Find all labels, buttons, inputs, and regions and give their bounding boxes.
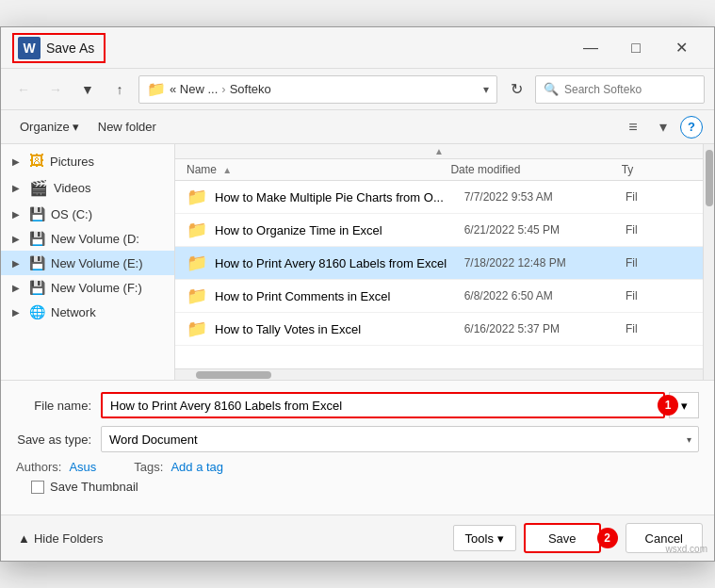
file-row-5[interactable]: 📁 How to Tally Votes in Excel 6/16/2022 … <box>175 313 703 346</box>
title-bar-left: W Save As <box>12 33 106 63</box>
main-area: ▶ 🖼 Pictures ▶ 🎬 Videos ▶ 💾 OS (C:) ▶ 💾 … <box>1 144 714 380</box>
save-button-container: Save 2 <box>524 523 618 553</box>
sidebar-label: Pictures <box>50 155 167 169</box>
file-date: 6/16/2022 5:37 PM <box>464 322 626 335</box>
filetype-select-wrapper: Word Document ▾ <box>101 426 699 452</box>
filename-row: File name: 1 ▾ <box>16 392 699 418</box>
col-name-header[interactable]: Name ▲ <box>187 163 450 176</box>
filetype-select[interactable]: Word Document <box>101 426 699 452</box>
minimize-button[interactable]: — <box>569 33 612 63</box>
network-icon: 🌐 <box>29 304 45 319</box>
sidebar-label: New Volume (F:) <box>51 281 167 295</box>
recent-locations-button[interactable]: ▼ <box>74 76 101 103</box>
organize-button[interactable]: Organize ▾ <box>12 117 87 137</box>
file-name: How to Tally Votes in Excel <box>215 322 464 336</box>
folder-icon: 📁 <box>187 220 207 240</box>
h-scroll-thumb <box>196 371 271 379</box>
filename-input-wrapper: 1 <box>101 392 665 418</box>
sidebar-label: Network <box>51 305 167 319</box>
back-button[interactable]: ← <box>10 76 37 103</box>
breadcrumb-part2[interactable]: Softeko <box>230 82 271 96</box>
meta-row: Authors: Asus Tags: Add a tag <box>16 460 699 474</box>
watermark: wsxd.com <box>666 544 707 554</box>
thumbnail-checkbox[interactable] <box>31 481 44 494</box>
word-icon: W <box>18 37 41 59</box>
breadcrumb-part1[interactable]: « New ... <box>170 82 218 96</box>
file-row-4[interactable]: 📁 How to Print Comments in Excel 6/8/202… <box>175 280 703 313</box>
file-type: Fil <box>626 190 691 204</box>
authors-label: Authors: <box>16 460 61 474</box>
save-as-dialog: W Save As — □ ✕ ← → ▼ ↑ 📁 « New ... › So… <box>0 26 715 562</box>
col-date-header[interactable]: Date modified <box>450 163 621 176</box>
badge-1: 1 <box>658 395 678 416</box>
horizontal-scrollbar[interactable] <box>175 368 703 380</box>
sidebar-item-osc[interactable]: ▶ 💾 OS (C:) <box>1 202 174 226</box>
tags-group: Tags: Add a tag <box>134 460 223 474</box>
file-type: Fil <box>626 223 691 237</box>
videos-icon: 🎬 <box>29 179 48 197</box>
chevron-icon: ▶ <box>12 156 24 167</box>
thumbnail-label: Save Thumbnail <box>50 480 138 494</box>
search-input[interactable] <box>564 83 706 96</box>
file-list-header: Name ▲ Date modified Ty <box>175 159 703 181</box>
hide-folders-button[interactable]: ▲ Hide Folders <box>12 528 109 549</box>
folder-icon: 📁 <box>147 80 166 98</box>
file-row-3[interactable]: 📁 How to Print Avery 8160 Labels from Ex… <box>175 247 703 280</box>
sidebar-item-volf[interactable]: ▶ 💾 New Volume (F:) <box>1 275 174 300</box>
file-name: How to Print Comments in Excel <box>215 289 464 303</box>
refresh-button[interactable]: ↻ <box>503 76 529 103</box>
breadcrumb-bar: 📁 « New ... › Softeko ▾ <box>138 75 497 104</box>
forward-button[interactable]: → <box>42 76 69 103</box>
help-button[interactable]: ? <box>680 116 703 139</box>
sidebar-item-pictures[interactable]: ▶ 🖼 Pictures <box>1 148 174 174</box>
search-box: 🔍 <box>535 75 705 104</box>
sidebar-item-videos[interactable]: ▶ 🎬 Videos <box>1 174 174 202</box>
scroll-thumb <box>706 150 713 206</box>
sort-button[interactable]: ▾ <box>650 114 676 140</box>
sidebar-item-vole[interactable]: ▶ 💾 New Volume (E:) <box>1 251 174 275</box>
up-button[interactable]: ↑ <box>106 76 133 103</box>
file-row-1[interactable]: 📁 How to Make Multiple Pie Charts from O… <box>175 181 703 214</box>
file-row-2[interactable]: 📁 How to Organize Time in Excel 6/21/202… <box>175 214 703 247</box>
filename-input[interactable] <box>101 392 665 418</box>
badge-2: 2 <box>597 528 618 548</box>
dropdown-arrow-icon: ▾ <box>681 399 688 413</box>
authors-value[interactable]: Asus <box>69 460 96 474</box>
sidebar: ▶ 🖼 Pictures ▶ 🎬 Videos ▶ 💾 OS (C:) ▶ 💾 … <box>1 144 175 380</box>
breadcrumb-dropdown-button[interactable]: ▾ <box>483 83 489 96</box>
toolbar-right: ≡ ▾ ? <box>620 114 703 140</box>
file-name: How to Print Avery 8160 Labels from Exce… <box>215 256 464 270</box>
address-bar: ← → ▼ ↑ 📁 « New ... › Softeko ▾ ↻ 🔍 <box>1 69 714 110</box>
file-type: Fil <box>626 322 691 335</box>
view-button[interactable]: ≡ <box>620 114 646 140</box>
col-type-header[interactable]: Ty <box>622 163 691 176</box>
new-folder-button[interactable]: New folder <box>90 117 164 137</box>
file-date: 6/21/2022 5:45 PM <box>464 223 626 237</box>
sidebar-label: Videos <box>54 181 167 195</box>
close-button[interactable]: ✕ <box>659 33 703 63</box>
chevron-icon: ▶ <box>12 258 24 269</box>
sidebar-item-vold[interactable]: ▶ 💾 New Volume (D: <box>1 226 174 251</box>
title-bar-controls: — □ ✕ <box>569 33 703 63</box>
tools-button[interactable]: Tools ▾ <box>453 525 516 551</box>
vertical-scrollbar[interactable] <box>703 144 714 380</box>
file-name: How to Make Multiple Pie Charts from O..… <box>215 190 464 204</box>
file-type: Fil <box>626 289 691 302</box>
title-bar: W Save As — □ ✕ <box>1 27 714 69</box>
folder-icon: 📁 <box>187 253 207 273</box>
drive-icon: 💾 <box>29 280 45 295</box>
drive-icon: 💾 <box>29 231 45 246</box>
chevron-icon: ▶ <box>12 209 24 220</box>
file-type: Fil <box>626 256 691 270</box>
bottom-form: File name: 1 ▾ Save as type: Word Docume… <box>1 380 714 514</box>
maximize-button[interactable]: □ <box>614 33 658 63</box>
chevron-icon: ▶ <box>12 183 24 193</box>
tags-value[interactable]: Add a tag <box>171 460 223 474</box>
sidebar-item-network[interactable]: ▶ 🌐 Network <box>1 300 174 324</box>
chevron-icon: ▶ <box>12 307 24 318</box>
file-date: 7/7/2022 9:53 AM <box>464 190 626 204</box>
hide-folders-arrow-icon: ▲ <box>18 531 30 546</box>
dialog-title: Save As <box>46 41 94 56</box>
chevron-icon: ▶ <box>12 234 24 244</box>
save-button[interactable]: Save <box>524 523 601 553</box>
